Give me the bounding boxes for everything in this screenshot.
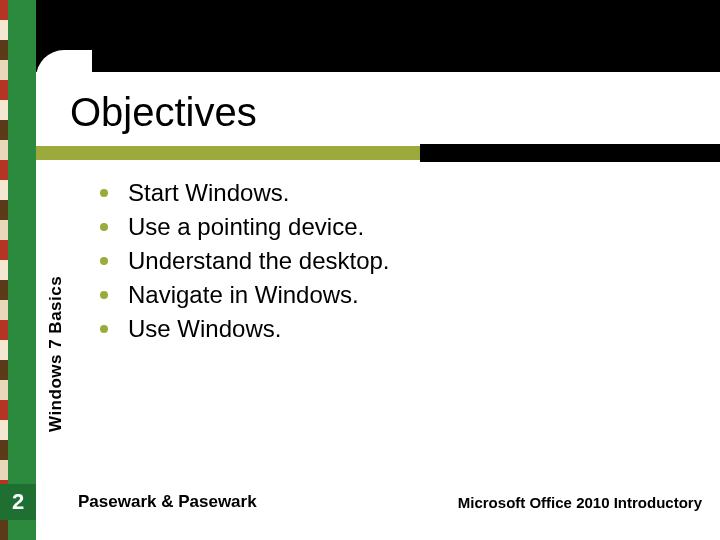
page-number-box: 2 [0,484,36,520]
list-item: Use Windows. [100,314,660,344]
slide-title: Objectives [70,90,257,135]
slide: Objectives Start Windows. Use a pointing… [0,0,720,540]
bullet-icon [100,189,108,197]
top-black-banner [36,0,720,72]
bullet-icon [100,257,108,265]
bullet-text: Navigate in Windows. [128,280,359,310]
list-item: Navigate in Windows. [100,280,660,310]
list-item: Start Windows. [100,178,660,208]
bullet-text: Use Windows. [128,314,281,344]
title-underline-black [420,144,720,162]
list-item: Understand the desktop. [100,246,660,276]
bullet-text: Use a pointing device. [128,212,364,242]
bullet-icon [100,291,108,299]
footer-book-title: Microsoft Office 2010 Introductory [458,494,702,511]
page-number: 2 [12,489,24,515]
bullet-icon [100,223,108,231]
bullet-icon [100,325,108,333]
bullet-text: Start Windows. [128,178,289,208]
sidebar-label-text: Windows 7 Basics [46,276,65,432]
objectives-list: Start Windows. Use a pointing device. Un… [100,178,660,348]
decorative-ribbon [0,0,8,540]
sidebar-vertical-label: Windows 7 Basics [46,276,66,432]
bullet-text: Understand the desktop. [128,246,390,276]
footer-author: Pasewark & Pasewark [78,492,257,512]
list-item: Use a pointing device. [100,212,660,242]
